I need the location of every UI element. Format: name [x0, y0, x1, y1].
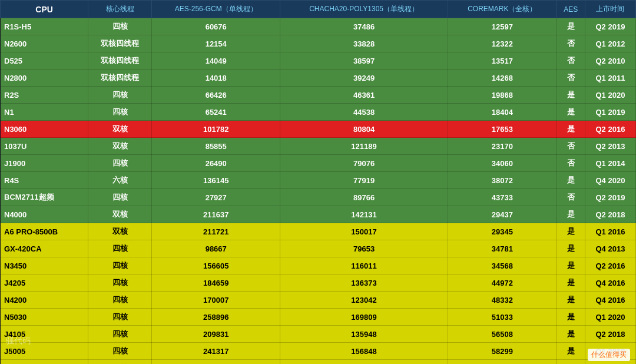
table-cell: 79076 [280, 155, 448, 172]
table-cell: J4125 [1, 360, 88, 365]
table-cell: 136145 [152, 172, 280, 189]
table-cell: 12597 [448, 18, 556, 35]
table-cell: 65241 [152, 104, 280, 121]
table-cell: 12322 [448, 35, 556, 52]
table-cell: N4000 [1, 206, 88, 223]
table-cell: 80804 [280, 121, 448, 138]
table-cell: 38597 [280, 52, 448, 70]
table-cell: 27927 [152, 189, 280, 206]
table-cell: 双核四线程 [88, 52, 152, 70]
table-cell: 12154 [152, 35, 280, 52]
table-row: R2S四核664264636119868是Q1 2020 [1, 87, 636, 104]
table-cell: Q2 2018 [585, 206, 635, 223]
table-cell: Q1 2012 [585, 35, 635, 52]
table-cell: 156605 [152, 257, 280, 274]
table-cell: 258896 [152, 309, 280, 326]
table-cell: 170007 [152, 292, 280, 309]
table-cell: N2600 [1, 35, 88, 52]
table-cell: 是 [556, 87, 585, 104]
table-cell: N4200 [1, 292, 88, 309]
table-row: 1037U双核8585512118923170否Q2 2013 [1, 138, 636, 155]
table-cell: 34568 [448, 257, 556, 274]
table-cell: 四核 [88, 360, 152, 365]
col-chacha20: CHACHA20-POLY1305（单线程） [280, 1, 448, 18]
table-cell: 双核四线程 [88, 35, 152, 52]
col-date: 上市时间 [585, 1, 635, 18]
table-cell: 四核 [88, 274, 152, 292]
table-cell: 19868 [448, 87, 556, 104]
table-cell: N1 [1, 104, 88, 121]
table-cell: 44538 [280, 104, 448, 121]
header-row: CPU 核心线程 AES-256-GCM（单线程） CHACHA20-POLY1… [1, 1, 636, 18]
table-cell: 四核 [88, 257, 152, 274]
table-cell: Q2 2019 [585, 18, 635, 35]
table-cell: 是 [556, 360, 585, 365]
table-cell: Q1 2020 [585, 309, 635, 326]
table-row: J1900四核264907907634060否Q1 2014 [1, 155, 636, 172]
table-cell: 33828 [280, 35, 448, 52]
table-cell: 116011 [280, 257, 448, 274]
table-cell: 六核 [88, 172, 152, 189]
table-cell: 双核 [88, 121, 152, 138]
table-cell: 是 [556, 223, 585, 240]
table-cell: 否 [556, 35, 585, 52]
table-cell: 双核 [88, 206, 152, 223]
table-cell: 66426 [152, 87, 280, 104]
table-cell: Q2 2010 [585, 52, 635, 70]
table-cell: Q1 2014 [585, 155, 635, 172]
table-cell: Q4 2016 [585, 292, 635, 309]
table-row: N2800双核四线程140183924914268否Q1 2011 [1, 70, 636, 87]
table-cell: Q4 2013 [585, 240, 635, 257]
table-cell: 135948 [280, 326, 448, 343]
table-cell: Q1 2016 [585, 223, 635, 240]
table-cell: 150017 [280, 223, 448, 240]
table-cell: 29345 [448, 223, 556, 240]
table-cell: 37486 [280, 18, 448, 35]
table-cell: 169809 [280, 309, 448, 326]
table-cell: 四核 [88, 155, 152, 172]
col-aes256gcm: AES-256-GCM（单线程） [152, 1, 280, 18]
table-cell: 123042 [280, 292, 448, 309]
col-aes: AES [556, 1, 585, 18]
table-row: GX-420CA四核986677965334781是Q4 2013 [1, 240, 636, 257]
col-cores: 核心线程 [88, 1, 152, 18]
table-cell: 156848 [280, 343, 448, 360]
table-cell: 是 [556, 343, 585, 360]
table-cell: 是 [556, 292, 585, 309]
table-row: N4200四核17000712304248332是Q4 2016 [1, 292, 636, 309]
table-cell: R1S-H5 [1, 18, 88, 35]
table-cell: 17653 [448, 121, 556, 138]
table-cell: 98667 [152, 240, 280, 257]
table-cell: Q2 2016 [585, 121, 635, 138]
table-row: D525双核四线程140493859713517否Q2 2010 [1, 52, 636, 70]
table-cell: 是 [556, 172, 585, 189]
table-cell: 34781 [448, 240, 556, 257]
table-cell: 四核 [88, 343, 152, 360]
table-cell: 否 [556, 52, 585, 70]
table-cell: 23170 [448, 138, 556, 155]
table-row: N4000双核21163714213129437是Q2 2018 [1, 206, 636, 223]
table-cell: 48332 [448, 292, 556, 309]
table-cell: N3450 [1, 257, 88, 274]
table-cell: 否 [556, 189, 585, 206]
table-cell: 211721 [152, 223, 280, 240]
col-cpu: CPU [1, 1, 88, 18]
table-cell: 121189 [280, 138, 448, 155]
table-cell: 14018 [152, 70, 280, 87]
table-cell: 232564 [152, 360, 280, 365]
table-cell: 是 [556, 206, 585, 223]
table-cell: 四核 [88, 326, 152, 343]
table-cell: 14049 [152, 52, 280, 70]
table-cell: Q1 2019 [585, 104, 635, 121]
table-cell: 否 [556, 70, 585, 87]
table-cell: 44972 [448, 274, 556, 292]
table-cell: 51033 [448, 309, 556, 326]
table-row: N2600双核四线程121543382812322否Q1 2012 [1, 35, 636, 52]
table-cell: GX-420CA [1, 240, 88, 257]
table-cell: Q2 2016 [585, 257, 635, 274]
main-table-container: CPU 核心线程 AES-256-GCM（单线程） CHACHA20-POLY1… [0, 0, 636, 364]
table-cell: J1900 [1, 155, 88, 172]
table-cell: 14268 [448, 70, 556, 87]
table-row: BCM2711超频四核279278976643733否Q2 2019 [1, 189, 636, 206]
table-row: R4S六核1361457791938072是Q4 2020 [1, 172, 636, 189]
